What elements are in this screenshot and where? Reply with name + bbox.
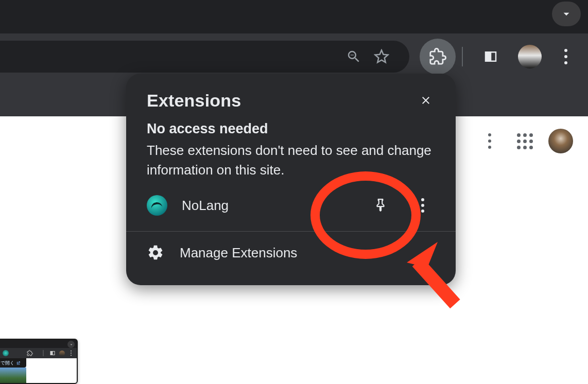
thumb-avatar-icon [58, 350, 65, 357]
svg-point-7 [71, 353, 72, 354]
avatar-icon [548, 129, 573, 153]
external-link-icon [16, 361, 21, 365]
thumb-toolbar [0, 348, 77, 358]
manage-extensions-link[interactable]: Manage Extensions [126, 232, 456, 261]
section-heading: No access needed [147, 121, 435, 137]
profile-button[interactable] [518, 45, 542, 68]
kebab-icon [564, 49, 567, 64]
thumb-content: で開く [0, 358, 77, 384]
extension-name: NoLang [182, 198, 368, 214]
tab-strip-area [0, 0, 588, 33]
extensions-button[interactable] [420, 39, 456, 75]
extensions-popup: Extensions No access needed These extens… [126, 74, 456, 285]
thumb-open-with-tab: で開く [0, 358, 26, 368]
svg-point-2 [421, 210, 424, 213]
zoom-out-button[interactable] [341, 44, 366, 69]
account-avatar-button[interactable] [548, 129, 573, 153]
nolang-logo-icon [147, 195, 167, 216]
url-fragment: u [0, 48, 1, 65]
thumb-preview-image [0, 368, 26, 384]
extension-row[interactable]: NoLang [147, 191, 435, 220]
thumb-ext-icon [26, 350, 33, 357]
gear-icon [147, 244, 164, 261]
star-icon [374, 49, 389, 64]
svg-point-0 [421, 198, 424, 201]
bookmark-button[interactable] [369, 44, 394, 69]
toolbar-divider [462, 47, 463, 66]
svg-point-8 [71, 355, 72, 356]
window-thumbnail[interactable]: で開く [0, 339, 78, 384]
manage-extensions-label: Manage Extensions [180, 245, 297, 261]
thumb-chevron [67, 341, 75, 348]
apps-grid-icon [517, 133, 533, 149]
thumb-divider [40, 350, 47, 357]
popup-title: Extensions [147, 91, 241, 111]
side-panel-icon [483, 49, 498, 64]
tab-search-button[interactable] [552, 2, 581, 26]
thumb-kebab-icon [67, 350, 75, 357]
kebab-icon [488, 133, 491, 149]
close-button[interactable] [414, 89, 437, 112]
svg-point-1 [421, 204, 424, 207]
chrome-menu-button[interactable] [554, 45, 578, 68]
pin-icon [374, 199, 387, 212]
avatar-icon [518, 45, 542, 68]
page-more-button[interactable] [477, 129, 502, 153]
svg-point-6 [71, 351, 72, 352]
thumb-panel-icon [49, 350, 56, 357]
kebab-icon [421, 198, 425, 213]
toolbar: u [0, 33, 588, 75]
address-bar[interactable]: u [0, 41, 409, 73]
pin-extension-button[interactable] [368, 193, 393, 218]
google-apps-button[interactable] [512, 129, 537, 153]
extension-more-button[interactable] [410, 193, 435, 218]
chevron-down-icon [560, 7, 573, 21]
puzzle-icon [429, 48, 446, 65]
side-panel-button[interactable] [479, 45, 503, 68]
section-description: These extensions don't need to see and c… [147, 141, 435, 180]
close-icon [420, 94, 432, 107]
thumb-ext-logo-icon [3, 350, 9, 356]
svg-rect-5 [43, 350, 44, 356]
zoom-out-icon [346, 49, 361, 64]
thumb-tabstrip [0, 340, 77, 348]
